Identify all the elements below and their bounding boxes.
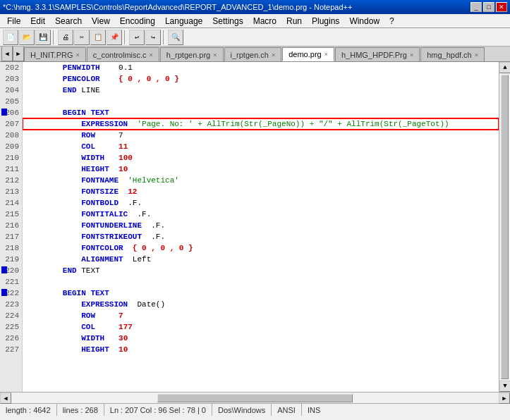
line-number-209: 209	[0, 141, 22, 152]
tab-close-c-controlmisc-c[interactable]: ×	[150, 51, 153, 58]
code-line-214: FONTBOLD .F.	[23, 197, 499, 209]
menu-item-settings[interactable]: Settings	[208, 15, 247, 27]
tab-close-h-HMG-HPDF-Prg[interactable]: ×	[410, 51, 413, 58]
copy-button[interactable]: 📋	[90, 30, 106, 45]
title-bar: *C:\hmg. 3.3.1\SAMPLES\Controls\ReportAd…	[0, 0, 510, 14]
tab-hmg-hpdf-ch[interactable]: hmg_hpdf.ch×	[420, 47, 485, 61]
line-number-211: 211	[0, 163, 22, 175]
vertical-scrollbar[interactable]: ▲ ▼	[499, 62, 510, 392]
tab-h-rptgen-prg[interactable]: h_rptgen.prg×	[160, 47, 224, 61]
menu-item-view[interactable]: View	[87, 15, 114, 27]
code-area[interactable]: PENWIDTH 0.1 PENCOLOR { 0 , 0 , 0 } END …	[23, 62, 499, 392]
code-line-205	[23, 96, 499, 107]
window-controls: _ □ ✕	[470, 2, 507, 12]
tab-close-H-INIT-PRG[interactable]: ×	[76, 51, 80, 58]
status-bar: length : 4642 lines : 268 Ln : 207 Col :…	[0, 403, 510, 416]
code-line-203: PENCOLOR { 0 , 0 , 0 }	[23, 73, 499, 85]
bookmark-icon-222	[1, 289, 7, 296]
menu-item-plugins[interactable]: Plugins	[308, 15, 344, 27]
scroll-up-button[interactable]: ▲	[499, 62, 510, 73]
line-number-221: 221	[0, 276, 22, 288]
tab-c-controlmisc-c[interactable]: c_controlmisc.c×	[87, 47, 159, 61]
code-line-221	[23, 276, 499, 288]
tab-h-HMG-HPDF-Prg[interactable]: h_HMG_HPDF.Prg×	[335, 47, 420, 61]
scroll-down-button[interactable]: ▼	[499, 381, 510, 392]
close-button[interactable]: ✕	[496, 2, 507, 12]
line-number-223: 223	[0, 299, 22, 310]
line-number-219: 219	[0, 254, 22, 265]
undo-button[interactable]: ↩	[129, 30, 145, 45]
code-line-226: WIDTH 30	[23, 333, 499, 344]
cut-button[interactable]: ✂	[74, 30, 90, 45]
scroll-left-button[interactable]: ◀	[0, 393, 11, 404]
line-number-213: 213	[0, 186, 22, 197]
code-line-215: FONTITALIC .F.	[23, 209, 499, 220]
hscroll-track[interactable]	[11, 393, 499, 403]
toolbar-sep-1	[53, 30, 56, 44]
paste-button[interactable]: 📌	[107, 30, 122, 45]
minimize-button[interactable]: _	[470, 2, 482, 12]
menu-item-search[interactable]: Search	[51, 15, 86, 27]
scroll-thumb[interactable]	[501, 75, 509, 379]
tab-scroll-right[interactable]: ▶	[13, 47, 24, 61]
hscroll-thumb[interactable]	[157, 394, 352, 402]
menu-item-edit[interactable]: Edit	[26, 15, 49, 27]
tab-close-demo-prg[interactable]: ×	[324, 51, 328, 58]
code-line-218: FONTCOLOR { 0 , 0 , 0 }	[23, 242, 499, 254]
line-number-203: 203	[0, 73, 22, 85]
line-number-218: 218	[0, 242, 22, 254]
tab-close-i-rptgen-ch[interactable]: ×	[272, 51, 275, 58]
line-number-226: 226	[0, 333, 22, 344]
status-position: Ln : 207 Col : 96 Sel : 78 | 0	[104, 404, 212, 416]
tab-close-hmg-hpdf-ch[interactable]: ×	[475, 51, 478, 58]
code-line-210: WIDTH 100	[23, 152, 499, 163]
scroll-right-button[interactable]: ▶	[499, 393, 510, 404]
menu-item-encoding[interactable]: Encoding	[116, 15, 159, 27]
maximize-button[interactable]: □	[483, 2, 494, 12]
search-button[interactable]: 🔍	[168, 30, 183, 45]
menu-item-macro[interactable]: Macro	[249, 15, 281, 27]
line-number-217: 217	[0, 231, 22, 242]
tab-scroll-left[interactable]: ◀	[1, 47, 13, 61]
menu-item-?[interactable]: ?	[385, 15, 399, 27]
code-line-211: HEIGHT 10	[23, 163, 499, 175]
line-number-206: 206	[0, 107, 22, 118]
bookmark-icon-206	[1, 109, 7, 116]
save-button[interactable]: 💾	[35, 30, 51, 45]
title-text: *C:\hmg. 3.3.1\SAMPLES\Controls\ReportAd…	[3, 3, 352, 11]
line-number-207: 207	[0, 118, 22, 130]
tab-demo-prg[interactable]: demo.prg×	[282, 47, 334, 61]
line-number-202: 202	[0, 62, 22, 73]
redo-button[interactable]: ↪	[145, 30, 161, 45]
menu-item-run[interactable]: Run	[282, 15, 306, 27]
status-encoding: Dos\Windows	[212, 404, 272, 416]
line-number-216: 216	[0, 220, 22, 231]
new-button[interactable]: 📄	[3, 30, 18, 45]
line-number-224: 224	[0, 310, 22, 321]
tab-close-h-rptgen-prg[interactable]: ×	[213, 51, 217, 58]
line-number-204: 204	[0, 85, 22, 96]
open-button[interactable]: 📂	[19, 30, 35, 45]
tab-i-rptgen-ch[interactable]: i_rptgen.ch×	[224, 47, 282, 61]
code-line-206: BEGIN TEXT	[23, 107, 499, 118]
line-number-208: 208	[0, 130, 22, 141]
toolbar: 📄 📂 💾 🖨 ✂ 📋 📌 ↩ ↪ 🔍	[0, 28, 510, 47]
code-line-225: COL 177	[23, 321, 499, 333]
horizontal-scrollbar[interactable]: ◀ ▶	[0, 392, 510, 403]
menu-item-language[interactable]: Language	[161, 15, 207, 27]
code-line-219: ALIGNMENT Left	[23, 254, 499, 265]
code-line-227: HEIGHT 10	[23, 344, 499, 355]
menu-item-file[interactable]: File	[3, 15, 25, 27]
line-number-205: 205	[0, 96, 22, 107]
toolbar-sep-3	[163, 30, 166, 44]
line-number-212: 212	[0, 175, 22, 186]
menu-item-window[interactable]: Window	[345, 15, 384, 27]
tab-H-INIT-PRG[interactable]: H_INIT.PRG×	[24, 47, 86, 61]
line-number-214: 214	[0, 197, 22, 209]
code-line-216: FONTUNDERLINE .F.	[23, 220, 499, 231]
line-number-222: 222	[0, 288, 22, 299]
line-number-225: 225	[0, 321, 22, 333]
status-charset: ANSI	[272, 404, 302, 416]
editor-container: 2022032042052062072082092102112122132142…	[0, 62, 510, 392]
print-button[interactable]: 🖨	[58, 30, 73, 45]
